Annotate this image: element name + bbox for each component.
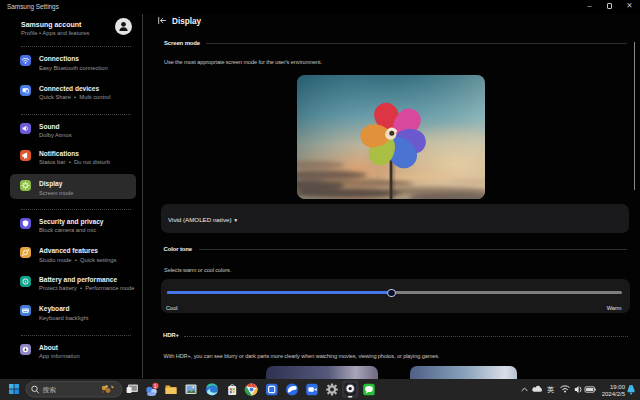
svg-text:2024/2/5: 2024/2/5 [602,391,626,397]
svg-text:19:00: 19:00 [610,384,626,390]
svg-text:英: 英 [547,385,554,394]
svg-text:搜索: 搜索 [43,386,57,394]
